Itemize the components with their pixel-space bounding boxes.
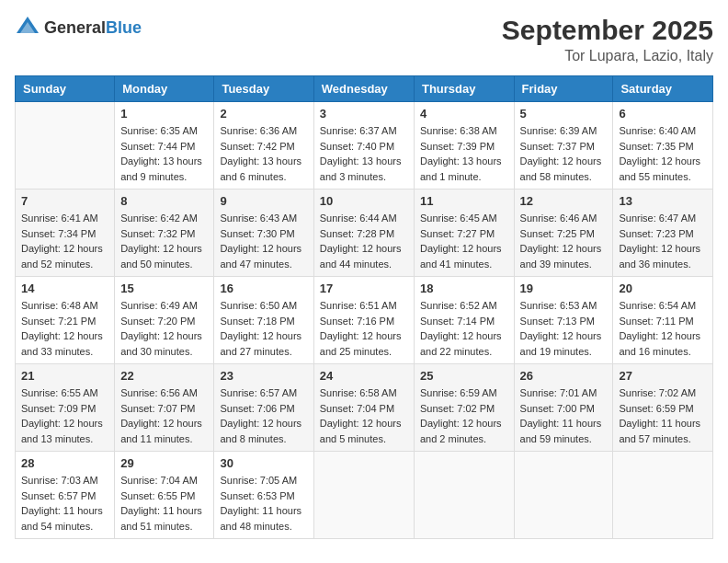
- day-number: 4: [420, 107, 508, 121]
- day-number: 21: [21, 369, 108, 383]
- day-info: Sunrise: 7:03 AMSunset: 6:57 PMDaylight:…: [21, 473, 108, 534]
- day-number: 23: [220, 369, 307, 383]
- logo: GeneralBlue: [15, 15, 142, 40]
- weekday-header: Friday: [514, 76, 613, 102]
- day-number: 6: [619, 107, 707, 121]
- weekday-header: Thursday: [414, 76, 514, 102]
- day-number: 20: [619, 282, 707, 295]
- day-number: 29: [120, 456, 208, 470]
- calendar-cell: 3Sunrise: 6:37 AMSunset: 7:40 PMDaylight…: [313, 102, 414, 190]
- day-number: 13: [619, 194, 707, 208]
- day-number: 18: [420, 282, 508, 295]
- day-info: Sunrise: 6:48 AMSunset: 7:21 PMDaylight:…: [21, 298, 108, 359]
- day-info: Sunrise: 7:04 AMSunset: 6:55 PMDaylight:…: [120, 473, 208, 534]
- logo-general-text: General: [44, 18, 106, 37]
- logo-icon: [15, 15, 40, 40]
- day-info: Sunrise: 6:51 AMSunset: 7:16 PMDaylight:…: [320, 298, 408, 359]
- calendar-cell: 25Sunrise: 6:59 AMSunset: 7:02 PMDayligh…: [414, 364, 514, 452]
- day-number: 5: [520, 107, 608, 121]
- day-number: 16: [220, 282, 307, 295]
- calendar-cell: 30Sunrise: 7:05 AMSunset: 6:53 PMDayligh…: [214, 452, 313, 539]
- calendar-row: 28Sunrise: 7:03 AMSunset: 6:57 PMDayligh…: [16, 452, 713, 539]
- day-info: Sunrise: 6:47 AMSunset: 7:23 PMDaylight:…: [619, 211, 707, 271]
- weekday-header: Sunday: [16, 76, 115, 102]
- calendar-cell: 24Sunrise: 6:58 AMSunset: 7:04 PMDayligh…: [313, 364, 414, 452]
- calendar-cell: 27Sunrise: 7:02 AMSunset: 6:59 PMDayligh…: [613, 364, 713, 452]
- calendar-cell: [313, 452, 414, 539]
- calendar-cell: 9Sunrise: 6:43 AMSunset: 7:30 PMDaylight…: [214, 190, 313, 277]
- day-number: 28: [21, 456, 108, 470]
- calendar-cell: 5Sunrise: 6:39 AMSunset: 7:37 PMDaylight…: [514, 102, 613, 190]
- day-info: Sunrise: 6:44 AMSunset: 7:28 PMDaylight:…: [320, 211, 408, 271]
- day-info: Sunrise: 6:46 AMSunset: 7:25 PMDaylight:…: [520, 211, 608, 271]
- day-number: 24: [320, 369, 408, 383]
- title-block: September 2025 Tor Lupara, Lazio, Italy: [502, 15, 713, 64]
- calendar-cell: 19Sunrise: 6:53 AMSunset: 7:13 PMDayligh…: [514, 277, 613, 364]
- calendar-row: 21Sunrise: 6:55 AMSunset: 7:09 PMDayligh…: [16, 364, 713, 452]
- calendar-cell: 12Sunrise: 6:46 AMSunset: 7:25 PMDayligh…: [514, 190, 613, 277]
- calendar-cell: 14Sunrise: 6:48 AMSunset: 7:21 PMDayligh…: [16, 277, 115, 364]
- calendar-cell: [613, 452, 713, 539]
- day-info: Sunrise: 6:45 AMSunset: 7:27 PMDaylight:…: [420, 211, 508, 271]
- day-info: Sunrise: 6:58 AMSunset: 7:04 PMDaylight:…: [320, 385, 408, 446]
- calendar-row: 14Sunrise: 6:48 AMSunset: 7:21 PMDayligh…: [16, 277, 713, 364]
- day-number: 27: [619, 369, 707, 383]
- calendar-cell: 20Sunrise: 6:54 AMSunset: 7:11 PMDayligh…: [613, 277, 713, 364]
- day-number: 14: [21, 282, 108, 295]
- day-info: Sunrise: 6:40 AMSunset: 7:35 PMDaylight:…: [619, 123, 707, 184]
- day-info: Sunrise: 6:38 AMSunset: 7:39 PMDaylight:…: [420, 123, 508, 184]
- calendar-cell: 23Sunrise: 6:57 AMSunset: 7:06 PMDayligh…: [214, 364, 313, 452]
- day-info: Sunrise: 6:50 AMSunset: 7:18 PMDaylight:…: [220, 298, 307, 359]
- day-info: Sunrise: 7:02 AMSunset: 6:59 PMDaylight:…: [619, 385, 707, 446]
- day-number: 30: [220, 456, 307, 470]
- calendar-row: 1Sunrise: 6:35 AMSunset: 7:44 PMDaylight…: [16, 102, 713, 190]
- day-number: 7: [21, 194, 108, 208]
- day-number: 9: [220, 194, 307, 208]
- day-info: Sunrise: 6:56 AMSunset: 7:07 PMDaylight:…: [120, 385, 208, 446]
- weekday-header: Wednesday: [313, 76, 414, 102]
- weekday-header: Monday: [115, 76, 214, 102]
- calendar-cell: 10Sunrise: 6:44 AMSunset: 7:28 PMDayligh…: [313, 190, 414, 277]
- day-info: Sunrise: 6:49 AMSunset: 7:20 PMDaylight:…: [120, 298, 208, 359]
- day-number: 2: [220, 107, 307, 121]
- day-info: Sunrise: 6:42 AMSunset: 7:32 PMDaylight:…: [120, 211, 208, 271]
- location-title: Tor Lupara, Lazio, Italy: [502, 48, 713, 64]
- day-number: 11: [420, 194, 508, 208]
- day-info: Sunrise: 6:57 AMSunset: 7:06 PMDaylight:…: [220, 385, 307, 446]
- calendar-cell: 28Sunrise: 7:03 AMSunset: 6:57 PMDayligh…: [16, 452, 115, 539]
- day-number: 15: [120, 282, 208, 295]
- day-number: 1: [120, 107, 208, 121]
- day-number: 26: [520, 369, 608, 383]
- calendar-cell: 7Sunrise: 6:41 AMSunset: 7:34 PMDaylight…: [16, 190, 115, 277]
- weekday-header: Tuesday: [214, 76, 313, 102]
- day-number: 17: [320, 282, 408, 295]
- day-info: Sunrise: 6:43 AMSunset: 7:30 PMDaylight:…: [220, 211, 307, 271]
- calendar-cell: 17Sunrise: 6:51 AMSunset: 7:16 PMDayligh…: [313, 277, 414, 364]
- calendar-cell: 16Sunrise: 6:50 AMSunset: 7:18 PMDayligh…: [214, 277, 313, 364]
- day-number: 12: [520, 194, 608, 208]
- day-info: Sunrise: 7:01 AMSunset: 7:00 PMDaylight:…: [520, 385, 608, 446]
- day-info: Sunrise: 6:39 AMSunset: 7:37 PMDaylight:…: [520, 123, 608, 184]
- month-title: September 2025: [502, 15, 713, 46]
- calendar-cell: 22Sunrise: 6:56 AMSunset: 7:07 PMDayligh…: [115, 364, 214, 452]
- logo-blue-text: Blue: [106, 18, 142, 37]
- calendar-row: 7Sunrise: 6:41 AMSunset: 7:34 PMDaylight…: [16, 190, 713, 277]
- day-info: Sunrise: 6:55 AMSunset: 7:09 PMDaylight:…: [21, 385, 108, 446]
- day-number: 8: [120, 194, 208, 208]
- calendar-cell: 18Sunrise: 6:52 AMSunset: 7:14 PMDayligh…: [414, 277, 514, 364]
- day-number: 22: [120, 369, 208, 383]
- day-info: Sunrise: 7:05 AMSunset: 6:53 PMDaylight:…: [220, 473, 307, 534]
- calendar-cell: [414, 452, 514, 539]
- calendar-cell: 11Sunrise: 6:45 AMSunset: 7:27 PMDayligh…: [414, 190, 514, 277]
- page-header: GeneralBlue September 2025 Tor Lupara, L…: [15, 15, 713, 64]
- calendar-cell: 4Sunrise: 6:38 AMSunset: 7:39 PMDaylight…: [414, 102, 514, 190]
- calendar-cell: 29Sunrise: 7:04 AMSunset: 6:55 PMDayligh…: [115, 452, 214, 539]
- calendar-cell: 6Sunrise: 6:40 AMSunset: 7:35 PMDaylight…: [613, 102, 713, 190]
- day-info: Sunrise: 6:41 AMSunset: 7:34 PMDaylight:…: [21, 211, 108, 271]
- day-number: 25: [420, 369, 508, 383]
- weekday-header: Saturday: [613, 76, 713, 102]
- day-number: 3: [320, 107, 408, 121]
- day-info: Sunrise: 6:53 AMSunset: 7:13 PMDaylight:…: [520, 298, 608, 359]
- day-info: Sunrise: 6:36 AMSunset: 7:42 PMDaylight:…: [220, 123, 307, 184]
- calendar-cell: 21Sunrise: 6:55 AMSunset: 7:09 PMDayligh…: [16, 364, 115, 452]
